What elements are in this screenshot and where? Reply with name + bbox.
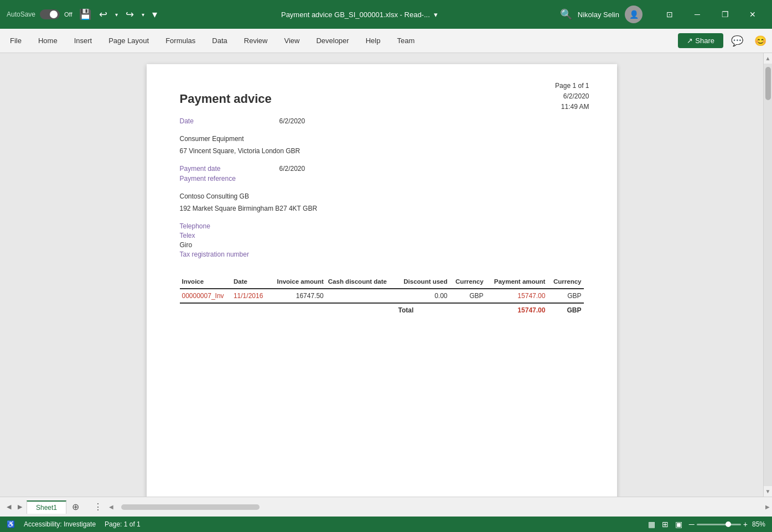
telex-row: Telex [180, 232, 584, 239]
col-currency1: Currency [450, 275, 486, 289]
cell-currency1: GBP [450, 289, 486, 303]
payment-date-label: Payment date [180, 165, 279, 173]
redo-icon[interactable]: ↪ [123, 6, 136, 23]
page-of-label: Page 1 of 1 [555, 81, 589, 91]
col-discount-used: Discount used [396, 275, 450, 289]
sheet-tab-sheet1[interactable]: Sheet1 [27, 500, 66, 514]
quick-access-icon[interactable]: ▾ [150, 6, 159, 23]
tab-page-layout[interactable]: Page Layout [101, 31, 157, 50]
tab-file[interactable]: File [2, 31, 29, 50]
view-buttons: ▦ ⊞ ▣ [646, 519, 685, 530]
save-icon[interactable]: 💾 [77, 6, 94, 23]
payment-date-value: 6/2/2020 [279, 165, 305, 173]
company-from: Consumer Equipment [180, 135, 584, 143]
title-center: Payment advice GB_SI_000001.xlsx - Read-… [164, 11, 556, 19]
add-sheet-button[interactable]: ⊕ [69, 500, 82, 513]
sheet-nav-right[interactable]: ▶ [15, 502, 24, 512]
address-from: 67 Vincent Square, Victoria London GBR [180, 147, 584, 155]
zoom-in-button[interactable]: + [743, 520, 748, 529]
view-normal-button[interactable]: ▦ [646, 519, 657, 530]
autosave-toggle[interactable] [40, 9, 60, 19]
view-page-layout-button[interactable]: ▣ [673, 519, 685, 530]
tab-formulas[interactable]: Formulas [158, 31, 203, 50]
minimize-button[interactable]: ─ [685, 6, 710, 23]
share-label: Share [695, 36, 714, 45]
search-icon[interactable]: 🔍 [560, 8, 572, 20]
vertical-scrollbar[interactable]: ▲ ▼ [763, 53, 772, 497]
filename-label: Payment advice GB_SI_000001.xlsx - Read-… [281, 11, 430, 19]
view-page-break-button[interactable]: ⊞ [660, 519, 671, 530]
dropdown-arrow[interactable]: ▾ [434, 11, 438, 19]
col-date: Date [231, 275, 269, 289]
total-currency: GBP [547, 303, 583, 317]
scroll-down-button[interactable]: ▼ [764, 486, 772, 497]
contact-section: Telephone Telex Giro Tax registration nu… [180, 222, 584, 258]
payment-date-row: Payment date 6/2/2020 [180, 165, 584, 173]
h-scroll-area: ◀ ▶ [107, 497, 772, 517]
company-to-section: Contoso Consulting GB 192 Market Square … [180, 192, 584, 212]
tab-team[interactable]: Team [389, 31, 422, 50]
doc-area: Page 1 of 1 6/2/2020 11:49 AM Payment ad… [0, 53, 763, 497]
h-scroll-left[interactable]: ◀ [107, 503, 116, 511]
scrollbar-track[interactable] [764, 64, 772, 486]
h-scrollbar-track[interactable] [116, 497, 763, 517]
payment-ref-row: Payment reference [180, 175, 584, 182]
cell-invoice: 00000007_Inv [180, 289, 231, 303]
document-title: Payment advice [180, 92, 584, 106]
tab-developer[interactable]: Developer [308, 31, 356, 50]
sheet-options-button[interactable]: ⋮ [89, 500, 107, 513]
tab-view[interactable]: View [276, 31, 307, 50]
undo-dropdown-icon[interactable]: ▾ [113, 9, 120, 20]
zoom-level[interactable]: 85% [752, 520, 765, 528]
total-empty4 [326, 303, 396, 317]
giro-row: Giro [180, 241, 584, 249]
toolbar-icons: 💾 ↩ ▾ ↪ ▾ ▾ [77, 6, 159, 23]
avatar[interactable]: 👤 [625, 6, 643, 23]
scrollbar-thumb[interactable] [765, 67, 771, 100]
sheet-nav-left[interactable]: ◀ [4, 502, 13, 512]
accessibility-label[interactable]: Accessibility: Investigate [24, 520, 96, 528]
sheet-tabs: ◀ ▶ Sheet1 ⊕ [0, 497, 87, 517]
address-to: 192 Market Square Birmingham B27 4KT GBR [180, 205, 584, 212]
h-scroll-right[interactable]: ▶ [763, 503, 772, 511]
date-value: 6/2/2020 [279, 117, 305, 125]
close-button[interactable]: ✕ [740, 6, 765, 23]
page-date: 6/2/2020 [555, 91, 589, 102]
table-row: 00000007_Inv 11/1/2016 16747.50 0.00 GBP… [180, 289, 584, 303]
restore-button[interactable]: ❐ [712, 6, 738, 23]
zoom-slider[interactable] [697, 524, 741, 525]
comment-icon[interactable]: 💬 [728, 33, 747, 49]
scroll-up-button[interactable]: ▲ [764, 53, 772, 64]
total-empty2 [231, 303, 269, 317]
emoji-icon[interactable]: 😊 [751, 33, 770, 49]
h-scrollbar-thumb[interactable] [121, 504, 260, 510]
share-button[interactable]: ↗ Share [678, 33, 723, 48]
col-invoice-amount: Invoice amount [269, 275, 326, 289]
tab-review[interactable]: Review [236, 31, 276, 50]
autosave-label: AutoSave [7, 11, 35, 18]
date-label: Date [180, 117, 279, 125]
fullscreen-button[interactable]: ⊡ [657, 6, 682, 23]
page-header: Page 1 of 1 6/2/2020 11:49 AM [555, 81, 589, 113]
tab-insert[interactable]: Insert [66, 31, 100, 50]
undo-icon[interactable]: ↩ [97, 6, 110, 23]
invoice-table: Invoice Date Invoice amount Cash discoun… [180, 275, 584, 317]
cell-invoice-amount: 16747.50 [269, 289, 326, 303]
tab-help[interactable]: Help [358, 31, 388, 50]
tab-home[interactable]: Home [30, 31, 65, 50]
redo-dropdown-icon[interactable]: ▾ [139, 9, 147, 20]
tab-data[interactable]: Data [204, 31, 235, 50]
ribbon-right: ↗ Share 💬 😊 [678, 33, 770, 49]
zoom-out-button[interactable]: ─ [689, 520, 695, 529]
col-currency2: Currency [547, 275, 583, 289]
payment-info-section: Payment date 6/2/2020 Payment reference [180, 165, 584, 182]
cell-cash-discount-date [326, 289, 396, 303]
giro-label: Giro [180, 241, 193, 249]
tax-reg-row: Tax registration number [180, 251, 584, 258]
title-right: 🔍 Nikolay Selin 👤 ⊡ ─ ❐ ✕ [560, 6, 765, 23]
total-label: Total [396, 303, 450, 317]
zoom-thumb [726, 521, 731, 527]
title-bar: AutoSave Off 💾 ↩ ▾ ↪ ▾ ▾ Payment advice … [0, 0, 772, 29]
page-status: Page: 1 of 1 [105, 520, 141, 528]
status-right: ▦ ⊞ ▣ ─ + 85% [646, 519, 765, 530]
